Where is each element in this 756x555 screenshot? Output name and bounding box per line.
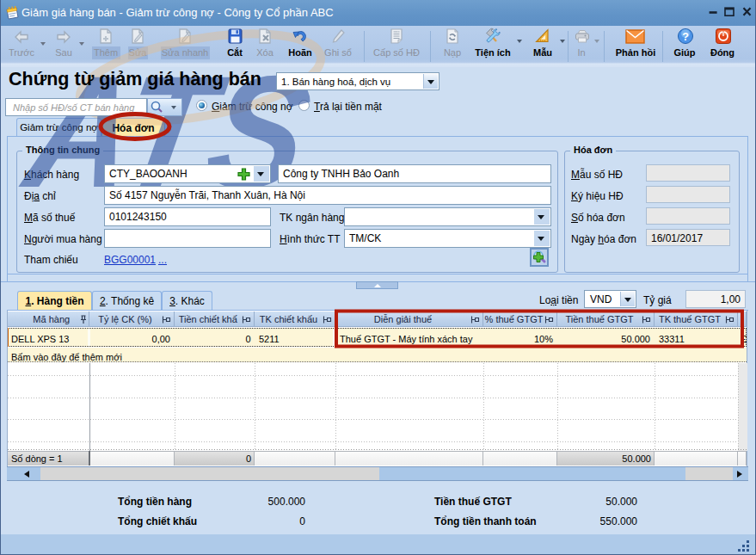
svg-text:?: ?	[682, 31, 689, 43]
